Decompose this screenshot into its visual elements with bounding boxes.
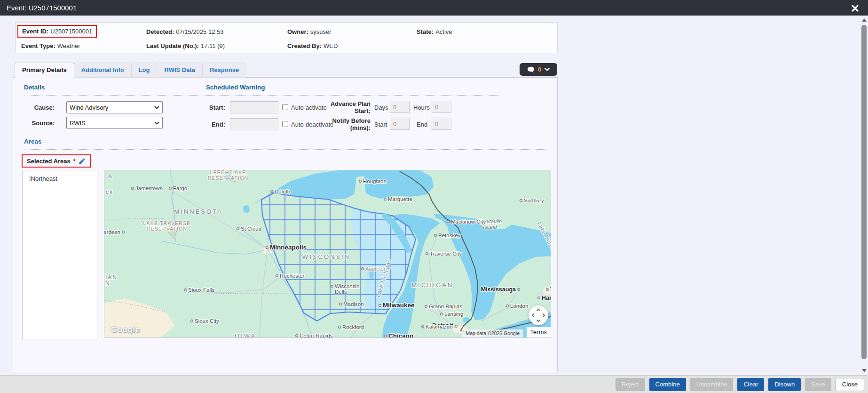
comments-badge[interactable]: 0 xyxy=(520,63,557,76)
svg-text:Traverse City: Traverse City xyxy=(430,251,462,257)
chevron-down-icon xyxy=(544,68,550,71)
svg-text:Appleton: Appleton xyxy=(365,266,387,272)
map-attribution: Map data ©2025 Google xyxy=(462,329,523,337)
svg-text:Sudbury: Sudbury xyxy=(524,198,544,203)
svg-text:A: A xyxy=(108,173,113,179)
svg-text:Kalamazoo: Kalamazoo xyxy=(426,324,453,329)
notify-end-label: End xyxy=(417,121,427,128)
svg-text:Rochester: Rochester xyxy=(280,273,305,279)
tab-response[interactable]: Response xyxy=(202,63,246,78)
primary-details-panel: Details Scheduled Warning Cause: Wind Ad… xyxy=(13,77,558,372)
hours-label: Hours xyxy=(413,104,430,111)
comment-count: 0 xyxy=(538,66,541,73)
edit-pencil-icon[interactable] xyxy=(79,158,86,165)
notify-end-input[interactable] xyxy=(432,118,451,130)
svg-text:MICHIGAN: MICHIGAN xyxy=(412,281,454,289)
map-canvas: LEECH LAKERESERVATIONLAKE TRAVERSERESERV… xyxy=(104,170,551,338)
last-update-field: Last Update (No.):17:11 (9) xyxy=(146,42,225,49)
svg-text:MINNESOTA: MINNESOTA xyxy=(174,208,222,215)
tab-strip: Primary Details Additional Info Log RWIS… xyxy=(15,63,246,78)
map-container[interactable]: LEECH LAKERESERVATIONLAKE TRAVERSERESERV… xyxy=(104,170,551,338)
detected-field: Detected:07/15/2025 12:53 xyxy=(146,28,223,35)
svg-text:Mississauga: Mississauga xyxy=(481,286,516,293)
svg-text:Fargo: Fargo xyxy=(173,185,187,191)
event-type-field: Event Type:Weather xyxy=(21,42,80,49)
auto-deactivate-checkbox[interactable] xyxy=(282,121,288,127)
selected-areas-label: Selected Areas xyxy=(27,158,71,165)
svg-text:IAN: IAN xyxy=(105,274,118,281)
svg-text:Duluth: Duluth xyxy=(275,189,290,194)
scroll-down-arrow-icon[interactable] xyxy=(862,369,867,372)
svg-text:ck: ck xyxy=(106,189,113,195)
tab-primary-details[interactable]: Primary Details xyxy=(15,63,74,78)
notify-start-label: Start xyxy=(374,121,387,128)
svg-text:Rockford: Rockford xyxy=(342,324,364,330)
combine-button[interactable]: Combine xyxy=(649,378,686,391)
advance-hours-input[interactable] xyxy=(432,101,451,113)
list-item-area[interactable]: !Northeast xyxy=(23,170,97,187)
advance-days-input[interactable] xyxy=(390,101,410,113)
svg-text:Aberdeen: Aberdeen xyxy=(104,229,120,235)
notify-before-label: Notify Before (mins): xyxy=(314,117,371,131)
state-field: State:Active xyxy=(417,28,452,35)
reject-button[interactable]: Reject xyxy=(615,378,645,391)
svg-text:LEECH LAKERESERVATION: LEECH LAKERESERVATION xyxy=(208,170,249,181)
source-select[interactable]: RWIS xyxy=(66,117,163,129)
svg-text:N: N xyxy=(105,280,110,287)
selected-areas-list: !Northeast xyxy=(22,170,97,339)
terms-link[interactable]: Terms xyxy=(527,327,551,337)
svg-text:Madison: Madison xyxy=(343,301,363,307)
tab-log[interactable]: Log xyxy=(131,63,158,78)
close-icon[interactable] xyxy=(849,2,860,14)
clear-button[interactable]: Clear xyxy=(737,378,764,391)
scroll-up-arrow-icon[interactable] xyxy=(862,18,867,22)
cause-select-wrap: Wind Advisory xyxy=(66,101,163,113)
start-label: Start: xyxy=(194,104,225,111)
cause-select[interactable]: Wind Advisory xyxy=(66,101,163,113)
svg-text:Cedar Rapids: Cedar Rapids xyxy=(300,333,333,338)
svg-text:Hamilton: Hamilton xyxy=(542,295,551,301)
event-id-field: Event ID:U25071500001 xyxy=(22,28,92,35)
disown-button[interactable]: Disown xyxy=(768,378,801,391)
svg-text:London: London xyxy=(510,303,528,309)
svg-text:Chicago: Chicago xyxy=(388,332,413,338)
svg-text:Jamestown: Jamestown xyxy=(135,185,163,191)
owner-field: Owner:sysuser xyxy=(287,28,331,35)
scheduled-warning-heading: Scheduled Warning xyxy=(206,84,500,96)
svg-text:Grand Rapids: Grand Rapids xyxy=(429,304,462,309)
svg-text:Sioux Falls: Sioux Falls xyxy=(188,287,214,293)
save-button[interactable]: Save xyxy=(805,378,831,391)
svg-text:Toronto: Toronto xyxy=(550,286,551,293)
cause-label: Cause: xyxy=(18,104,55,111)
tab-additional-info[interactable]: Additional Info xyxy=(74,63,132,78)
notify-start-input[interactable] xyxy=(390,118,410,130)
details-section-heading: Details xyxy=(24,84,205,96)
uncombine-button[interactable]: Uncombine xyxy=(690,378,734,391)
warning-end-input[interactable] xyxy=(230,118,278,130)
svg-text:Mackinaw City: Mackinaw City xyxy=(451,219,486,225)
event-id-highlight: Event ID:U25071500001 xyxy=(17,25,97,38)
source-label: Source: xyxy=(18,120,55,127)
action-bar: Reject Combine Uncombine Clear Disown Sa… xyxy=(0,375,868,393)
title-bar: Event: U25071500001 xyxy=(0,0,868,16)
svg-text:WISCONSIN: WISCONSIN xyxy=(302,253,350,260)
svg-text:LAKE TRAVERSERESERVATION: LAKE TRAVERSERESERVATION xyxy=(143,220,191,232)
svg-text:Milwaukee: Milwaukee xyxy=(383,302,415,309)
selected-areas-highlight: Selected Areas * xyxy=(22,154,91,168)
svg-text:Minneapolis: Minneapolis xyxy=(270,244,307,251)
svg-text:Petoskey: Petoskey xyxy=(438,233,461,238)
auto-activate-checkbox[interactable] xyxy=(282,104,288,110)
google-logo: Google xyxy=(111,325,140,335)
tab-rwis-data[interactable]: RWIS Data xyxy=(157,63,203,78)
comment-bubble-icon xyxy=(527,66,535,73)
warning-start-input[interactable] xyxy=(230,101,278,113)
svg-text:Lansing: Lansing xyxy=(444,311,463,317)
vertical-scrollbar[interactable] xyxy=(860,16,868,375)
svg-text:St Cloud: St Cloud xyxy=(241,226,261,232)
close-button[interactable]: Close xyxy=(836,378,864,391)
pan-control[interactable] xyxy=(529,305,548,325)
svg-text:Houghton: Houghton xyxy=(363,178,387,184)
lake-st-clair xyxy=(463,317,470,323)
window-title: Event: U25071500001 xyxy=(7,0,77,16)
scrollbar-thumb[interactable] xyxy=(861,25,867,359)
